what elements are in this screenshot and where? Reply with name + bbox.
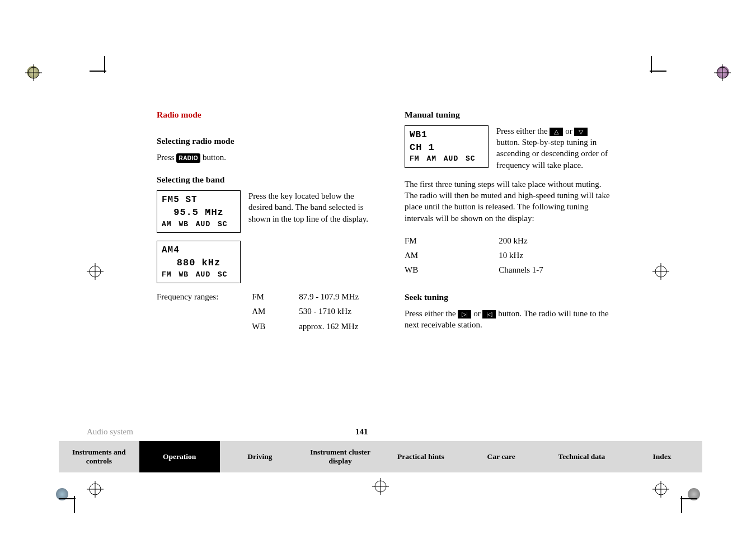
svg-point-9 [655, 266, 666, 277]
tab-operation[interactable]: Operation [139, 441, 220, 472]
svg-point-3 [717, 67, 728, 78]
svg-point-15 [655, 484, 666, 495]
svg-point-6 [90, 266, 101, 277]
heading-selecting-mode: Selecting radio mode [157, 135, 378, 147]
freq-wb-label: WB [252, 321, 284, 332]
page-footer: Audio system 141 Instruments and control… [59, 427, 702, 472]
band-description: Press the key located below the desired … [248, 190, 378, 224]
manual-intro: Press either the △ or ▽ button. Step-by-… [496, 125, 613, 171]
manual-intro-b: or [563, 127, 574, 135]
tab-driving[interactable]: Driving [220, 441, 300, 472]
lcd-wb-display: WB1 CH 1 FM AM AUD SC [405, 125, 489, 168]
tab-technical-data[interactable]: Technical data [542, 441, 622, 472]
lcd-fm-line1: FM5 ST [162, 194, 236, 207]
freq-wb-val: approx. 162 MHz [299, 321, 378, 332]
frequency-ranges-table: Frequency ranges: FM 87.9 - 107.9 MHz AM… [157, 291, 378, 332]
left-column: Radio mode Selecting radio mode Press RA… [157, 109, 378, 332]
lcd-am-line3: FM WB AUD SC [162, 270, 236, 280]
seek-text: Press either the ▷| or |◁ button. The ra… [405, 308, 613, 331]
manual-body: The first three tuning steps will take p… [405, 179, 613, 224]
manual-intro-c: button. Step-by-step tuning in ascending… [496, 138, 608, 170]
lcd-wb-line1: WB1 [410, 129, 483, 142]
tab-instruments[interactable]: Instruments and controls [59, 441, 139, 472]
int-wb-label: WB [405, 264, 487, 275]
int-am-label: AM [405, 250, 487, 261]
int-fm-val: 200 kHz [499, 235, 613, 246]
lcd-wb-line3: FM AM AUD SC [410, 154, 483, 164]
lcd-wb-line2: CH 1 [410, 142, 483, 154]
seek-b: or [471, 309, 482, 318]
lcd-wb-row: WB1 CH 1 FM AM AUD SC Press either the △… [405, 125, 613, 171]
page-number: 141 [355, 427, 368, 437]
int-am-val: 10 kHz [499, 250, 613, 261]
tab-car-care[interactable]: Car care [461, 441, 542, 472]
heading-selecting-band: Selecting the band [157, 174, 378, 186]
press-radio-line: Press RADIO button. [157, 152, 378, 163]
freq-am-val: 530 - 1710 kHz [299, 306, 378, 317]
manual-intro-a: Press either the [496, 127, 550, 135]
text-button-suffix: button. [200, 153, 226, 162]
up-arrow-icon: △ [550, 128, 563, 136]
lcd-fm-line2: 95.5 MHz [162, 207, 236, 219]
chapter-tabs: Instruments and controls Operation Drivi… [59, 441, 702, 472]
lcd-am-row: AM4 880 kHz FM WB AUD SC [157, 241, 378, 283]
text-press: Press [157, 153, 176, 162]
next-track-icon: ▷| [458, 310, 471, 318]
freq-ranges-label: Frequency ranges: [157, 291, 237, 332]
lcd-am-line2: 880 kHz [162, 257, 236, 270]
heading-seek-tuning: Seek tuning [405, 292, 613, 303]
right-column: Manual tuning WB1 CH 1 FM AM AUD SC Pres… [405, 109, 613, 332]
tab-index[interactable]: Index [622, 441, 702, 472]
heading-radio-mode: Radio mode [157, 109, 378, 121]
freq-am-label: AM [252, 306, 284, 317]
radio-button-icon: RADIO [176, 153, 200, 163]
prev-track-icon: |◁ [482, 310, 496, 318]
lcd-am-display: AM4 880 kHz FM WB AUD SC [157, 241, 241, 283]
svg-point-18 [375, 481, 386, 492]
tab-practical-hints[interactable]: Practical hints [381, 441, 461, 472]
seek-a: Press either the [405, 309, 458, 318]
int-fm-label: FM [405, 235, 487, 246]
svg-point-12 [90, 484, 101, 495]
lcd-am-line1: AM4 [162, 245, 236, 257]
svg-point-0 [28, 67, 39, 78]
down-arrow-icon: ▽ [574, 128, 588, 136]
freq-fm-val: 87.9 - 107.9 MHz [299, 291, 378, 302]
lcd-fm-display: FM5 ST 95.5 MHz AM WB AUD SC [157, 190, 241, 233]
freq-fm-label: FM [252, 291, 284, 302]
int-wb-val: Channels 1-7 [499, 264, 613, 275]
lcd-fm-line3: AM WB AUD SC [162, 219, 236, 229]
lcd-fm-row: FM5 ST 95.5 MHz AM WB AUD SC Press the k… [157, 190, 378, 233]
tab-instrument-cluster[interactable]: Instrument cluster display [300, 441, 381, 472]
footer-section-label: Audio system [87, 427, 355, 437]
heading-manual-tuning: Manual tuning [405, 109, 613, 121]
page-content: Radio mode Selecting radio mode Press RA… [157, 109, 613, 332]
tuning-intervals-table: FM 200 kHz AM 10 kHz WB Channels 1-7 [405, 235, 613, 276]
